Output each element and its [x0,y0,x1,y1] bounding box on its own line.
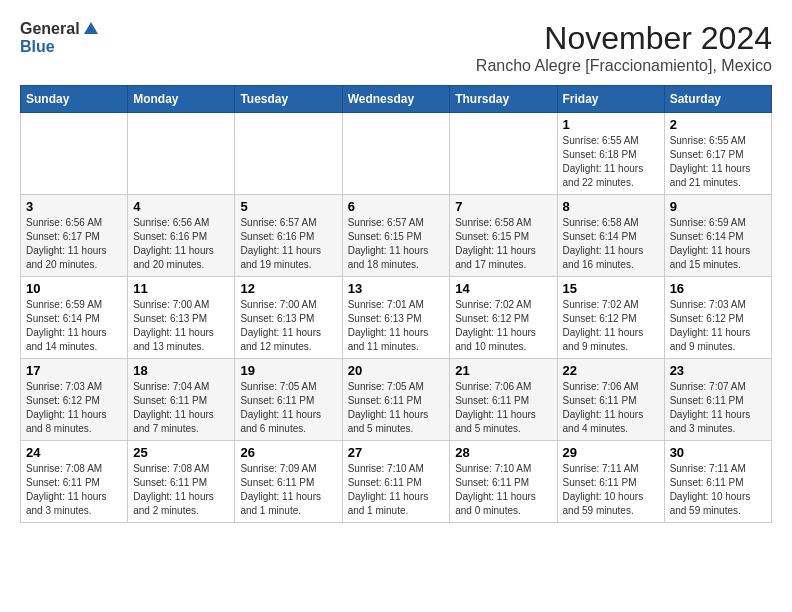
day-number: 25 [133,445,229,460]
day-number: 21 [455,363,551,378]
calendar-cell: 19Sunrise: 7:05 AM Sunset: 6:11 PM Dayli… [235,359,342,441]
day-number: 12 [240,281,336,296]
day-info: Sunrise: 7:10 AM Sunset: 6:11 PM Dayligh… [348,462,445,518]
day-number: 8 [563,199,659,214]
day-info: Sunrise: 6:55 AM Sunset: 6:17 PM Dayligh… [670,134,766,190]
calendar-cell: 20Sunrise: 7:05 AM Sunset: 6:11 PM Dayli… [342,359,450,441]
week-row-4: 17Sunrise: 7:03 AM Sunset: 6:12 PM Dayli… [21,359,772,441]
day-info: Sunrise: 6:59 AM Sunset: 6:14 PM Dayligh… [26,298,122,354]
day-number: 27 [348,445,445,460]
day-number: 17 [26,363,122,378]
day-info: Sunrise: 6:55 AM Sunset: 6:18 PM Dayligh… [563,134,659,190]
month-title: November 2024 [476,20,772,57]
day-number: 24 [26,445,122,460]
header-sunday: Sunday [21,86,128,113]
calendar-cell: 22Sunrise: 7:06 AM Sunset: 6:11 PM Dayli… [557,359,664,441]
day-info: Sunrise: 7:08 AM Sunset: 6:11 PM Dayligh… [26,462,122,518]
day-info: Sunrise: 7:06 AM Sunset: 6:11 PM Dayligh… [563,380,659,436]
calendar-cell: 1Sunrise: 6:55 AM Sunset: 6:18 PM Daylig… [557,113,664,195]
day-info: Sunrise: 7:08 AM Sunset: 6:11 PM Dayligh… [133,462,229,518]
calendar-cell: 8Sunrise: 6:58 AM Sunset: 6:14 PM Daylig… [557,195,664,277]
logo-icon [82,20,100,38]
day-number: 23 [670,363,766,378]
calendar-cell: 15Sunrise: 7:02 AM Sunset: 6:12 PM Dayli… [557,277,664,359]
svg-marker-0 [84,22,98,34]
calendar-cell: 6Sunrise: 6:57 AM Sunset: 6:15 PM Daylig… [342,195,450,277]
day-info: Sunrise: 7:00 AM Sunset: 6:13 PM Dayligh… [133,298,229,354]
calendar-cell: 18Sunrise: 7:04 AM Sunset: 6:11 PM Dayli… [128,359,235,441]
calendar-cell [21,113,128,195]
day-number: 7 [455,199,551,214]
day-info: Sunrise: 7:05 AM Sunset: 6:11 PM Dayligh… [240,380,336,436]
calendar-cell: 17Sunrise: 7:03 AM Sunset: 6:12 PM Dayli… [21,359,128,441]
calendar-cell: 11Sunrise: 7:00 AM Sunset: 6:13 PM Dayli… [128,277,235,359]
day-number: 14 [455,281,551,296]
day-info: Sunrise: 7:10 AM Sunset: 6:11 PM Dayligh… [455,462,551,518]
calendar-cell: 21Sunrise: 7:06 AM Sunset: 6:11 PM Dayli… [450,359,557,441]
day-number: 20 [348,363,445,378]
day-number: 16 [670,281,766,296]
day-info: Sunrise: 7:07 AM Sunset: 6:11 PM Dayligh… [670,380,766,436]
calendar-cell [235,113,342,195]
day-number: 1 [563,117,659,132]
day-info: Sunrise: 7:03 AM Sunset: 6:12 PM Dayligh… [670,298,766,354]
day-number: 11 [133,281,229,296]
calendar-cell: 7Sunrise: 6:58 AM Sunset: 6:15 PM Daylig… [450,195,557,277]
day-info: Sunrise: 6:58 AM Sunset: 6:15 PM Dayligh… [455,216,551,272]
calendar-cell: 16Sunrise: 7:03 AM Sunset: 6:12 PM Dayli… [664,277,771,359]
logo-general-text: General [20,20,80,38]
page-header: General Blue November 2024 Rancho Alegre… [20,20,772,75]
calendar-cell: 27Sunrise: 7:10 AM Sunset: 6:11 PM Dayli… [342,441,450,523]
calendar-cell [128,113,235,195]
calendar-cell: 25Sunrise: 7:08 AM Sunset: 6:11 PM Dayli… [128,441,235,523]
header-monday: Monday [128,86,235,113]
calendar-table: SundayMondayTuesdayWednesdayThursdayFrid… [20,85,772,523]
week-row-2: 3Sunrise: 6:56 AM Sunset: 6:17 PM Daylig… [21,195,772,277]
day-info: Sunrise: 7:06 AM Sunset: 6:11 PM Dayligh… [455,380,551,436]
calendar-cell: 28Sunrise: 7:10 AM Sunset: 6:11 PM Dayli… [450,441,557,523]
header-saturday: Saturday [664,86,771,113]
calendar-cell: 14Sunrise: 7:02 AM Sunset: 6:12 PM Dayli… [450,277,557,359]
week-row-5: 24Sunrise: 7:08 AM Sunset: 6:11 PM Dayli… [21,441,772,523]
day-info: Sunrise: 6:57 AM Sunset: 6:16 PM Dayligh… [240,216,336,272]
calendar-cell: 12Sunrise: 7:00 AM Sunset: 6:13 PM Dayli… [235,277,342,359]
logo: General Blue [20,20,100,56]
day-number: 5 [240,199,336,214]
calendar-cell: 13Sunrise: 7:01 AM Sunset: 6:13 PM Dayli… [342,277,450,359]
day-number: 18 [133,363,229,378]
day-info: Sunrise: 7:11 AM Sunset: 6:11 PM Dayligh… [670,462,766,518]
week-row-1: 1Sunrise: 6:55 AM Sunset: 6:18 PM Daylig… [21,113,772,195]
day-info: Sunrise: 6:59 AM Sunset: 6:14 PM Dayligh… [670,216,766,272]
calendar-cell: 5Sunrise: 6:57 AM Sunset: 6:16 PM Daylig… [235,195,342,277]
calendar-cell: 24Sunrise: 7:08 AM Sunset: 6:11 PM Dayli… [21,441,128,523]
header-thursday: Thursday [450,86,557,113]
day-info: Sunrise: 6:56 AM Sunset: 6:17 PM Dayligh… [26,216,122,272]
calendar-cell: 4Sunrise: 6:56 AM Sunset: 6:16 PM Daylig… [128,195,235,277]
calendar-cell [342,113,450,195]
day-info: Sunrise: 6:56 AM Sunset: 6:16 PM Dayligh… [133,216,229,272]
day-number: 3 [26,199,122,214]
day-number: 2 [670,117,766,132]
header-tuesday: Tuesday [235,86,342,113]
calendar-cell: 26Sunrise: 7:09 AM Sunset: 6:11 PM Dayli… [235,441,342,523]
week-row-3: 10Sunrise: 6:59 AM Sunset: 6:14 PM Dayli… [21,277,772,359]
day-number: 30 [670,445,766,460]
logo-blue-text: Blue [20,38,100,56]
day-number: 10 [26,281,122,296]
day-info: Sunrise: 6:58 AM Sunset: 6:14 PM Dayligh… [563,216,659,272]
day-info: Sunrise: 7:09 AM Sunset: 6:11 PM Dayligh… [240,462,336,518]
day-number: 26 [240,445,336,460]
day-number: 28 [455,445,551,460]
day-info: Sunrise: 6:57 AM Sunset: 6:15 PM Dayligh… [348,216,445,272]
day-number: 6 [348,199,445,214]
day-number: 9 [670,199,766,214]
calendar-cell: 3Sunrise: 6:56 AM Sunset: 6:17 PM Daylig… [21,195,128,277]
calendar-cell [450,113,557,195]
day-number: 22 [563,363,659,378]
location-subtitle: Rancho Alegre [Fraccionamiento], Mexico [476,57,772,75]
calendar-cell: 29Sunrise: 7:11 AM Sunset: 6:11 PM Dayli… [557,441,664,523]
day-info: Sunrise: 7:05 AM Sunset: 6:11 PM Dayligh… [348,380,445,436]
calendar-cell: 10Sunrise: 6:59 AM Sunset: 6:14 PM Dayli… [21,277,128,359]
day-info: Sunrise: 7:03 AM Sunset: 6:12 PM Dayligh… [26,380,122,436]
day-info: Sunrise: 7:04 AM Sunset: 6:11 PM Dayligh… [133,380,229,436]
